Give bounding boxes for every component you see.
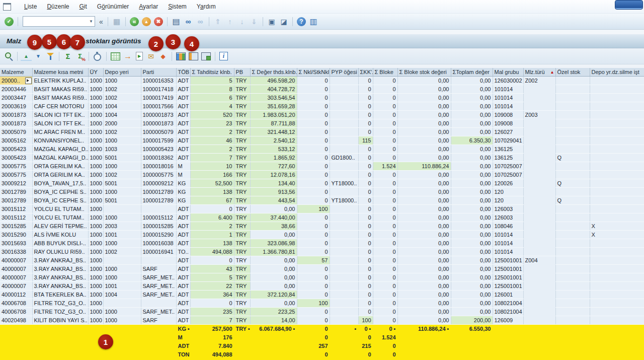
cell-toplam[interactable]: 0,00 [451, 119, 493, 128]
cell-deger[interactable]: 496.598,20 [250, 77, 297, 85]
cell-tob[interactable]: ADT [176, 145, 190, 154]
cell-uy[interactable]: 1000 [88, 102, 103, 111]
cell-tob[interactable]: ADT [176, 239, 190, 248]
cell-toplam[interactable]: 0,00 [451, 77, 493, 85]
cell-mal_grubu[interactable]: 126003 [493, 213, 523, 222]
back-icon[interactable]: « [130, 17, 139, 26]
cell-parti[interactable]: 1000016038 [141, 239, 176, 248]
cell-malzeme[interactable]: 30001873 [0, 119, 32, 128]
cell-bloke_deger[interactable]: 0,00 [397, 205, 451, 213]
cell-toplam[interactable]: 0,00 [451, 248, 493, 256]
cell-uy[interactable]: 1000 [88, 222, 103, 231]
column-header-tahditsiz[interactable]: Σ Tahditsiz klnb. [190, 68, 234, 77]
cell-bloke[interactable]: 0 [373, 188, 397, 196]
cell-tob[interactable]: ADT [176, 94, 190, 102]
cell-toplam[interactable]: 0,00 [451, 94, 493, 102]
cell-mal_grubu[interactable]: 120 [493, 196, 523, 205]
cell-depo_yeri[interactable]: 1002 [103, 85, 141, 94]
cell-mlz_turu[interactable] [523, 291, 555, 299]
cell-pb[interactable]: TRY [234, 196, 250, 205]
cell-bloke[interactable]: 0 [373, 128, 397, 136]
cell-depo_yeri[interactable]: 1002 [103, 171, 141, 179]
cell-deger[interactable]: 12.078,16 [250, 171, 297, 179]
cell-pb[interactable]: TRY [234, 248, 250, 256]
cell-ozel_stok[interactable] [555, 119, 590, 128]
cell-tob[interactable]: ADT [176, 111, 190, 119]
cell-bloke_deger[interactable]: 0,00 [397, 239, 451, 248]
cell-depo_silme[interactable] [590, 94, 644, 102]
cell-parti[interactable]: SARF_MET.. [141, 282, 176, 291]
cell-deger[interactable]: 913,56 [250, 188, 297, 196]
excel-export-icon[interactable] [111, 52, 120, 60]
cell-bloke[interactable]: 0 [373, 308, 397, 316]
cell-tahditsiz[interactable]: 5 [190, 273, 234, 282]
cell-bloke[interactable]: 0 [373, 145, 397, 154]
cell-ozel_stok[interactable] [555, 256, 590, 265]
cell-nkl[interactable]: 100 [297, 299, 330, 308]
cell-mal_grubu[interactable]: 120 [493, 188, 523, 196]
grid-view-icon[interactable] [176, 52, 186, 60]
cell-nkl[interactable]: 0 [297, 171, 330, 179]
cell-tahditsiz[interactable]: 7 [190, 154, 234, 162]
cell-parti[interactable]: 1000017418 [141, 85, 176, 94]
cell-mlz_turu[interactable] [523, 282, 555, 291]
cell-deger[interactable]: 1.983.051,20 [250, 111, 297, 119]
cell-uy[interactable]: 1000 [88, 154, 103, 162]
system-menu-icon[interactable] [3, 3, 11, 11]
cell-tob[interactable]: ADT [176, 119, 190, 128]
cell-kisa_metni[interactable]: 3.RAY ANKRAJ_BS.. [32, 265, 88, 273]
cell-mal_grubu[interactable]: 125001001 [493, 265, 523, 273]
exit-icon[interactable]: ▲ [142, 17, 151, 26]
cell-uy[interactable]: 1000 [88, 205, 103, 213]
column-header-mlz_turu[interactable]: Mlz.türü▲ [523, 68, 555, 77]
cell-tahditsiz[interactable]: 0 [190, 256, 234, 265]
column-header-nkl[interactable]: Σ Nkl/StkNkl [297, 68, 330, 77]
cell-malzeme[interactable]: 40006708 [0, 308, 32, 316]
cell-uy[interactable]: 1000 [88, 119, 103, 128]
cell-kk[interactable]: 0 [358, 273, 373, 282]
cell-pb[interactable]: TRY [234, 111, 250, 119]
cell-malzeme[interactable]: 30015290 [0, 231, 32, 239]
cell-malzeme[interactable]: 30005775 [0, 162, 32, 171]
mail-icon[interactable]: ✉ [145, 51, 156, 62]
cell-pb[interactable]: TRY [234, 171, 250, 179]
cell-pb[interactable]: TRY [234, 119, 250, 128]
cell-uy[interactable]: 1000 [88, 196, 103, 205]
details-icon[interactable] [3, 51, 14, 62]
column-header-mal_grubu[interactable]: Mal grubu [493, 68, 523, 77]
cell-mlz_turu[interactable]: Z004 [523, 256, 555, 265]
cell-depo_silme[interactable] [590, 205, 644, 213]
cell-depo_yeri[interactable]: 1000 [103, 136, 141, 145]
subtotal-icon[interactable]: Σ [74, 51, 86, 62]
cell-nkl[interactable]: 0 [297, 179, 330, 188]
cell-bloke_deger[interactable]: 0,00 [397, 273, 451, 282]
cell-nkl[interactable]: 0 [297, 239, 330, 248]
cell-tahditsiz[interactable]: 494,088 [190, 248, 234, 256]
cell-bloke_deger[interactable]: 0,00 [397, 145, 451, 154]
cell-bloke_deger[interactable]: 0,00 [397, 316, 451, 325]
cell-mal_grubu[interactable]: 109008 [493, 119, 523, 128]
cell-bloke_deger[interactable]: 0,00 [397, 265, 451, 273]
cell-malzeme[interactable]: 30012789 [0, 188, 32, 196]
cell-parti[interactable]: 1000001873 [141, 111, 176, 119]
cell-nkl[interactable]: 0 [297, 94, 330, 102]
cell-toplam[interactable]: 0,00 [451, 85, 493, 94]
cell-mlz_turu[interactable] [523, 136, 555, 145]
info-icon[interactable]: i [219, 52, 228, 60]
cell-depo_silme[interactable] [590, 248, 644, 256]
cell-kisa_metni[interactable]: YOLCU EL TUTAM.. [32, 213, 88, 222]
cell-ozel_stok[interactable] [555, 85, 590, 94]
cell-nkl[interactable]: 0 [297, 248, 330, 256]
stopwatch-icon[interactable] [92, 51, 103, 62]
cell-kk[interactable]: 100 [358, 316, 373, 325]
cell-tob[interactable]: ADT [176, 265, 190, 273]
cell-pb[interactable]: TRY [234, 145, 250, 154]
cell-bloke_deger[interactable]: 0,00 [397, 171, 451, 179]
cell-deger[interactable]: 38,66 [250, 222, 297, 231]
cell-pb[interactable]: TRY [234, 299, 250, 308]
cell-deger[interactable]: 0,00 [250, 282, 297, 291]
cell-pyp[interactable] [330, 111, 358, 119]
cell-malzeme[interactable]: 30005423 [0, 154, 32, 162]
cell-depo_yeri[interactable]: 5001 [103, 196, 141, 205]
cell-mlz_turu[interactable] [523, 188, 555, 196]
